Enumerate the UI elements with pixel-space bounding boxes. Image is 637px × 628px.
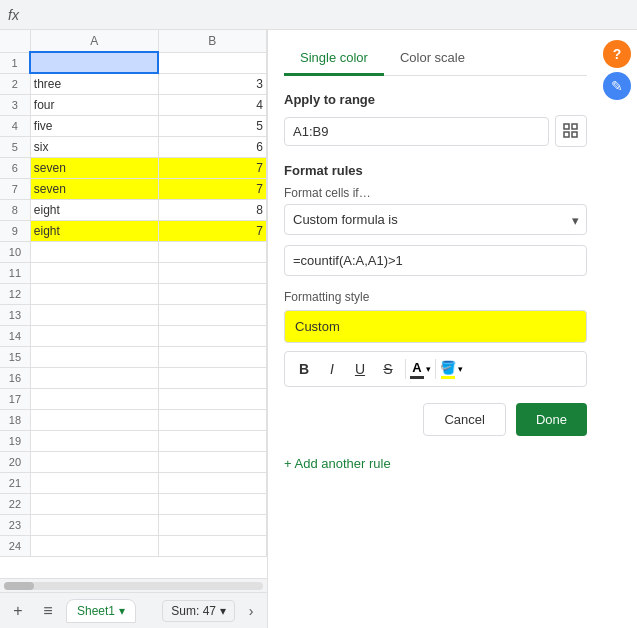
cell-a[interactable] xyxy=(30,367,158,388)
col-header-a[interactable]: A xyxy=(30,30,158,52)
cell-b[interactable] xyxy=(158,493,266,514)
tab-color-scale[interactable]: Color scale xyxy=(384,42,481,76)
bold-button[interactable]: B xyxy=(291,356,317,382)
text-color-button[interactable]: A xyxy=(410,360,424,379)
cell-a[interactable] xyxy=(30,472,158,493)
cell-b[interactable]: 6 xyxy=(158,136,266,157)
sum-dropdown-arrow: ▾ xyxy=(220,604,226,618)
cell-b[interactable]: 3 xyxy=(158,73,266,94)
table-row: 7seven7 xyxy=(0,178,267,199)
table-row: 8eight8 xyxy=(0,199,267,220)
cell-b[interactable] xyxy=(158,388,266,409)
row-number: 7 xyxy=(0,178,30,199)
horizontal-scrollbar[interactable] xyxy=(0,578,267,592)
cell-a[interactable] xyxy=(30,430,158,451)
table-row: 14 xyxy=(0,325,267,346)
fill-color-arrow[interactable]: ▾ xyxy=(458,364,463,374)
cell-b[interactable] xyxy=(158,262,266,283)
cell-b[interactable] xyxy=(158,472,266,493)
cell-a[interactable] xyxy=(30,325,158,346)
underline-button[interactable]: U xyxy=(347,356,373,382)
cell-b[interactable]: 8 xyxy=(158,199,266,220)
range-input[interactable] xyxy=(284,117,549,146)
cell-b[interactable]: 7 xyxy=(158,178,266,199)
edit-icon-button[interactable]: ✎ xyxy=(603,72,631,100)
cell-a[interactable] xyxy=(30,451,158,472)
cell-b[interactable] xyxy=(158,535,266,556)
cell-a[interactable]: five xyxy=(30,115,158,136)
row-number: 3 xyxy=(0,94,30,115)
row-number: 19 xyxy=(0,430,30,451)
cell-a[interactable]: seven xyxy=(30,157,158,178)
done-button[interactable]: Done xyxy=(516,403,587,436)
cell-a[interactable]: eight xyxy=(30,220,158,241)
cell-b[interactable] xyxy=(158,451,266,472)
cell-a[interactable]: eight xyxy=(30,199,158,220)
cell-a[interactable]: six xyxy=(30,136,158,157)
cell-b[interactable] xyxy=(158,52,266,73)
scrollbar-thumb[interactable] xyxy=(4,582,34,590)
formula-input[interactable] xyxy=(284,245,587,276)
range-grid-button[interactable] xyxy=(555,115,587,147)
cell-b[interactable]: 7 xyxy=(158,157,266,178)
svg-rect-2 xyxy=(564,132,569,137)
cell-a[interactable] xyxy=(30,241,158,262)
row-number: 14 xyxy=(0,325,30,346)
cell-a[interactable]: four xyxy=(30,94,158,115)
cell-b[interactable] xyxy=(158,514,266,535)
cell-b[interactable] xyxy=(158,430,266,451)
cell-a[interactable] xyxy=(30,346,158,367)
table-row: 12 xyxy=(0,283,267,304)
nav-next-arrow[interactable]: › xyxy=(241,601,261,621)
row-number: 4 xyxy=(0,115,30,136)
style-preview: Custom xyxy=(284,310,587,343)
cell-a[interactable] xyxy=(30,283,158,304)
italic-button[interactable]: I xyxy=(319,356,345,382)
cell-a[interactable] xyxy=(30,262,158,283)
cell-b[interactable] xyxy=(158,409,266,430)
cell-a[interactable] xyxy=(30,514,158,535)
cancel-button[interactable]: Cancel xyxy=(423,403,505,436)
cell-b[interactable] xyxy=(158,304,266,325)
row-number: 5 xyxy=(0,136,30,157)
format-condition-dropdown-wrapper: Custom formula is ▾ xyxy=(284,204,587,235)
cell-b[interactable]: 4 xyxy=(158,94,266,115)
fill-color-bar xyxy=(441,376,455,379)
cell-a[interactable] xyxy=(30,388,158,409)
cell-b[interactable] xyxy=(158,241,266,262)
panel-icons: ? ✎ xyxy=(597,30,637,110)
toolbar-divider-1 xyxy=(405,359,406,379)
formatting-style-label: Formatting style xyxy=(284,290,587,304)
format-toolbar: B I U S A ▾ 🪣 ▾ xyxy=(284,351,587,387)
format-cells-if-label: Format cells if… xyxy=(284,186,587,200)
cell-b[interactable] xyxy=(158,367,266,388)
cell-a[interactable]: seven xyxy=(30,178,158,199)
cell-b[interactable]: 5 xyxy=(158,115,266,136)
table-row: 5six6 xyxy=(0,136,267,157)
cell-b[interactable]: 7 xyxy=(158,220,266,241)
cell-a[interactable] xyxy=(30,52,158,73)
text-color-arrow[interactable]: ▾ xyxy=(426,364,431,374)
sheet-tab-sheet1[interactable]: Sheet1 ▾ xyxy=(66,599,136,623)
cell-b[interactable] xyxy=(158,283,266,304)
cell-a[interactable]: three xyxy=(30,73,158,94)
table-row: 3four4 xyxy=(0,94,267,115)
cell-b[interactable] xyxy=(158,325,266,346)
cell-a[interactable] xyxy=(30,493,158,514)
sheet-menu-button[interactable]: ≡ xyxy=(36,599,60,623)
cell-a[interactable] xyxy=(30,409,158,430)
cell-b[interactable] xyxy=(158,346,266,367)
cell-a[interactable] xyxy=(30,304,158,325)
add-another-rule-button[interactable]: + Add another rule xyxy=(284,452,587,475)
row-number: 13 xyxy=(0,304,30,325)
col-header-b[interactable]: B xyxy=(158,30,266,52)
tab-single-color[interactable]: Single color xyxy=(284,42,384,76)
cell-a[interactable] xyxy=(30,535,158,556)
fill-color-button[interactable]: 🪣 xyxy=(440,360,456,379)
strikethrough-button[interactable]: S xyxy=(375,356,401,382)
help-icon-button[interactable]: ? xyxy=(603,40,631,68)
sum-box[interactable]: Sum: 47 ▾ xyxy=(162,600,235,622)
format-condition-dropdown[interactable]: Custom formula is xyxy=(284,204,587,235)
row-number: 20 xyxy=(0,451,30,472)
add-sheet-button[interactable]: + xyxy=(6,599,30,623)
